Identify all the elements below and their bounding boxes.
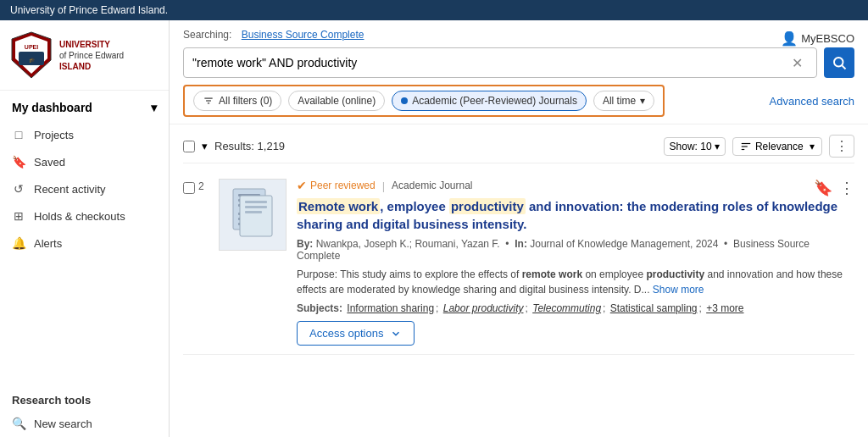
advanced-search-link[interactable]: Advanced search	[770, 95, 854, 108]
main-content: Searching: Business Source Complete 👤 My…	[170, 20, 868, 437]
article-actions: 🔖 ⋮	[814, 179, 854, 197]
filters-box: All filters (0) Available (online) Acade…	[183, 85, 665, 117]
search-header: Searching: Business Source Complete 👤 My…	[170, 20, 868, 124]
peer-reviewed-label: Peer reviewed	[310, 180, 376, 191]
sort-button[interactable]: Relevance ▾	[732, 137, 822, 156]
alerts-icon: 🔔	[12, 236, 25, 250]
sidebar-logo: UPEI 🎓 UNIVERSITY of Prince Edward ISLAN…	[0, 20, 169, 91]
abstract-remote-work: remote work	[522, 268, 582, 280]
results-bar: ▾ Results: 1,219 Show: 10 ▾ Relevance ▾	[183, 130, 854, 163]
new-search-label: New search	[34, 418, 92, 430]
sidebar-item-alerts[interactable]: 🔔 Alerts	[0, 230, 169, 257]
svg-line-6	[842, 65, 845, 69]
article-journal: Journal of Knowledge Management, 2024	[530, 238, 718, 250]
document-icon	[230, 187, 276, 242]
clear-search-icon[interactable]: ✕	[792, 55, 803, 71]
svg-rect-21	[245, 201, 267, 203]
top-bar-label: University of Prince Edward Island.	[10, 4, 168, 16]
sidebar-item-holds-checkouts[interactable]: ⊞ Holds & checkouts	[0, 202, 169, 230]
new-search-icon: 🔍	[12, 417, 25, 430]
show-select[interactable]: Show: 10 ▾	[664, 137, 726, 156]
show-label: Show: 10	[670, 141, 712, 152]
svg-text:🎓: 🎓	[29, 57, 36, 64]
available-online-label: Available (online)	[298, 95, 376, 107]
subject-information-sharing[interactable]: Information sharing	[347, 302, 434, 314]
projects-icon: □	[12, 128, 25, 141]
academic-journals-label: Academic (Peer-Reviewed) Journals	[412, 95, 577, 107]
svg-rect-23	[245, 211, 262, 213]
svg-rect-22	[245, 206, 267, 208]
article-meta: By: Nwankpa, Joseph K.; Roumani, Yazan F…	[297, 238, 854, 262]
bookmark-icon[interactable]: 🔖	[814, 179, 832, 197]
subjects-label: Subjects:	[297, 302, 342, 314]
my-dashboard[interactable]: My dashboard ▾	[0, 91, 169, 121]
all-time-label: All time	[603, 95, 636, 107]
more-subjects-link[interactable]: +3 more	[706, 302, 743, 314]
results-count: Results: 1,219	[214, 140, 285, 152]
searching-prefix: Searching:	[183, 29, 231, 41]
in-label: In:	[515, 238, 527, 250]
all-time-button[interactable]: All time ▾	[593, 91, 654, 111]
sidebar: UPEI 🎓 UNIVERSITY of Prince Edward ISLAN…	[0, 20, 170, 437]
show-more-link[interactable]: Show more	[653, 284, 704, 296]
abstract-productivity: productivity	[646, 268, 704, 280]
article-abstract: Purpose: This study aims to explore the …	[297, 267, 854, 297]
article-checkbox[interactable]	[183, 182, 195, 194]
academic-journals-button[interactable]: Academic (Peer-Reviewed) Journals	[392, 91, 587, 111]
academic-journals-dot	[401, 97, 408, 104]
journal-type-label: Academic Journal	[392, 180, 472, 191]
sidebar-research-tools-section: Research tools 🔍 New search	[0, 382, 169, 437]
by-label: By:	[297, 238, 313, 250]
article-badges: ✔ Peer reviewed | Academic Journal	[297, 179, 473, 192]
search-icon	[832, 55, 847, 70]
access-options-label: Access options	[309, 327, 383, 340]
title-remote-work-highlight: Remote work	[297, 198, 380, 214]
article-title: Remote work, employee productivity and i…	[297, 197, 854, 233]
upei-logo-icon: UPEI 🎓	[10, 30, 53, 80]
results-controls: Show: 10 ▾ Relevance ▾ ⋮	[664, 135, 854, 158]
all-time-chevron-icon: ▾	[640, 95, 645, 107]
article-authors: Nwankpa, Joseph K.; Roumani, Yazan F.	[316, 238, 500, 250]
all-filters-label: All filters (0)	[219, 95, 272, 107]
subject-telecommuting[interactable]: Telecommuting	[532, 302, 601, 314]
myebsco-label: MyEBSCO	[801, 32, 854, 45]
article-card: 2	[183, 170, 854, 355]
subject-statistical-sampling[interactable]: Statistical sampling	[610, 302, 698, 314]
filter-area: All filters (0) Available (online) Acade…	[183, 85, 854, 117]
saved-icon: 🔖	[12, 155, 25, 169]
select-all-checkbox[interactable]	[183, 141, 195, 152]
access-options-chevron-icon	[390, 328, 402, 340]
search-button[interactable]	[824, 47, 854, 78]
subject-labor-productivity[interactable]: Labor productivity	[443, 302, 524, 314]
checkbox-chevron-icon[interactable]: ▾	[202, 140, 208, 152]
title-productivity-highlight: productivity	[449, 198, 526, 214]
article-more-icon[interactable]: ⋮	[839, 179, 854, 197]
results-area: ▾ Results: 1,219 Show: 10 ▾ Relevance ▾	[170, 124, 868, 360]
research-tools-label: Research tools	[0, 382, 169, 410]
access-options-button[interactable]: Access options	[297, 321, 415, 346]
sidebar-nav: □ Projects 🔖 Saved ↺ Recent activity ⊞ H…	[0, 121, 169, 382]
all-filters-button[interactable]: All filters (0)	[193, 91, 281, 111]
more-options-button[interactable]: ⋮	[829, 135, 854, 158]
sidebar-item-new-search[interactable]: 🔍 New search	[0, 410, 169, 437]
recent-activity-label: Recent activity	[34, 183, 106, 196]
results-left: ▾ Results: 1,219	[183, 140, 285, 152]
available-online-button[interactable]: Available (online)	[288, 91, 385, 111]
article-body: ✔ Peer reviewed | Academic Journal 🔖 ⋮	[297, 179, 854, 346]
title-middle: , employee	[380, 199, 449, 213]
sidebar-item-recent-activity[interactable]: ↺ Recent activity	[0, 175, 169, 202]
svg-text:UPEI: UPEI	[25, 44, 38, 50]
search-input[interactable]	[192, 56, 792, 69]
sort-icon	[740, 141, 752, 152]
myebsco-button[interactable]: 👤 MyEBSCO	[781, 30, 854, 47]
saved-label: Saved	[34, 156, 65, 169]
top-bar: University of Prince Edward Island.	[0, 0, 868, 20]
article-subjects: Subjects: Information sharing; Labor pro…	[297, 302, 854, 314]
peer-reviewed-badge: ✔ Peer reviewed	[297, 179, 376, 192]
sidebar-item-projects[interactable]: □ Projects	[0, 121, 169, 148]
database-link[interactable]: Business Source Complete	[242, 29, 364, 41]
sidebar-item-saved[interactable]: 🔖 Saved	[0, 148, 169, 175]
svg-point-5	[834, 58, 843, 67]
user-icon: 👤	[781, 30, 798, 47]
filter-icon	[203, 95, 214, 107]
